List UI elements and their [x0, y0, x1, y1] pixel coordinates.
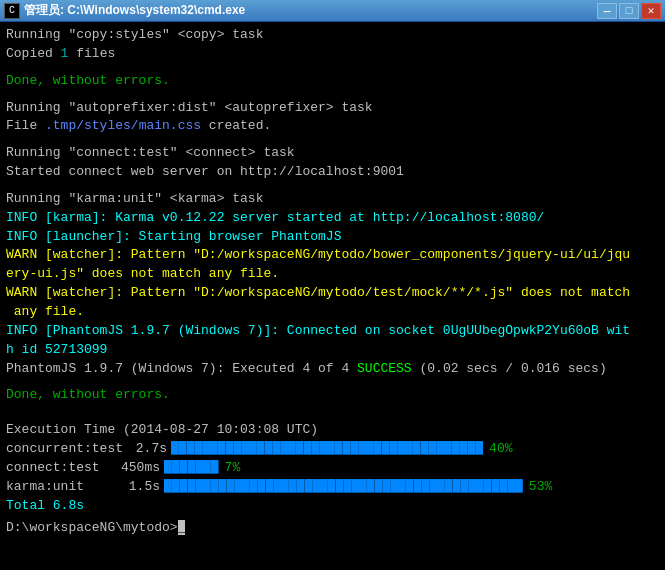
line-12: INFO [PhantomJS 1.9.7 (Windows 7)]: Conn… — [6, 322, 659, 360]
minimize-button[interactable]: — — [597, 3, 617, 19]
line-done-1: Done, without errors. — [6, 72, 659, 91]
bar-label-concurrent: concurrent:test — [6, 440, 123, 459]
title-text: 管理员: C:\Windows\system32\cmd.exe — [24, 2, 245, 19]
cmd-icon: C — [4, 3, 20, 19]
line-3: Running "autoprefixer:dist" <autoprefixe… — [6, 99, 659, 118]
line-8: INFO [karma]: Karma v0.12.22 server star… — [6, 209, 659, 228]
bar-karma: karma:unit 1.5s ████████████████████████… — [6, 478, 659, 497]
blank-7 — [6, 413, 659, 421]
bar-blocks-karma: ████████████████████████████████████████… — [164, 478, 523, 497]
blank-2 — [6, 91, 659, 99]
bar-blocks-connect: ███████ — [164, 459, 219, 478]
total-line: Total 6.8s — [6, 497, 659, 516]
bar-pct-connect: 7% — [225, 459, 241, 478]
blank-6 — [6, 405, 659, 413]
maximize-button[interactable]: □ — [619, 3, 639, 19]
terminal: Running "copy:styles" <copy> task Copied… — [0, 22, 665, 570]
bar-time-karma: 1.5s — [120, 478, 160, 497]
close-button[interactable]: ✕ — [641, 3, 661, 19]
prompt-line: D:\workspaceNG\mytodo>_ — [6, 519, 659, 538]
bar-pct-karma: 53% — [529, 478, 552, 497]
execution-time: Execution Time (2014-08-27 10:03:08 UTC) — [6, 421, 659, 440]
bar-concurrent: concurrent:test 2.7s ███████████████████… — [6, 440, 659, 459]
blank-4 — [6, 182, 659, 190]
blank-3 — [6, 136, 659, 144]
line-13: PhantomJS 1.9.7 (Windows 7): Executed 4 … — [6, 360, 659, 379]
blank-5 — [6, 378, 659, 386]
cursor: _ — [178, 520, 186, 535]
window: C 管理员: C:\Windows\system32\cmd.exe — □ ✕… — [0, 0, 665, 570]
bar-label-connect: connect:test — [6, 459, 116, 478]
line-2: Copied 1 files — [6, 45, 659, 64]
line-9: INFO [launcher]: Starting browser Phanto… — [6, 228, 659, 247]
bar-blocks-concurrent: ████████████████████████████████████████ — [171, 440, 483, 459]
prompt-text: D:\workspaceNG\mytodo> — [6, 520, 178, 535]
line-10: WARN [watcher]: Pattern "D:/workspaceNG/… — [6, 246, 659, 284]
blank-1 — [6, 64, 659, 72]
title-bar-left: C 管理员: C:\Windows\system32\cmd.exe — [4, 2, 245, 19]
bar-pct-concurrent: 40% — [489, 440, 512, 459]
bar-connect: connect:test 450ms ███████ 7% — [6, 459, 659, 478]
line-6: Started connect web server on http://loc… — [6, 163, 659, 182]
line-11: WARN [watcher]: Pattern "D:/workspaceNG/… — [6, 284, 659, 322]
line-done-2: Done, without errors. — [6, 386, 659, 405]
title-bar: C 管理员: C:\Windows\system32\cmd.exe — □ ✕ — [0, 0, 665, 22]
line-1: Running "copy:styles" <copy> task — [6, 26, 659, 45]
bar-time-connect: 450ms — [120, 459, 160, 478]
window-controls: — □ ✕ — [597, 3, 661, 19]
bar-label-karma: karma:unit — [6, 478, 116, 497]
line-4: File .tmp/styles/main.css created. — [6, 117, 659, 136]
line-7: Running "karma:unit" <karma> task — [6, 190, 659, 209]
bar-time-concurrent: 2.7s — [127, 440, 167, 459]
line-5: Running "connect:test" <connect> task — [6, 144, 659, 163]
